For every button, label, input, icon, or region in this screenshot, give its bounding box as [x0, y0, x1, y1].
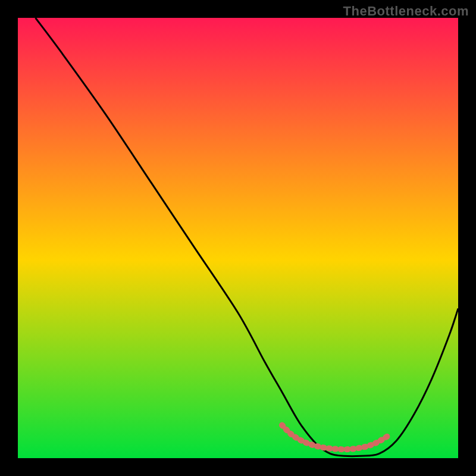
chart-svg — [18, 18, 458, 458]
plot-area — [18, 18, 458, 458]
watermark-label: TheBottleneck.com — [343, 4, 469, 19]
chart-stage: TheBottleneck.com — [0, 0, 476, 476]
